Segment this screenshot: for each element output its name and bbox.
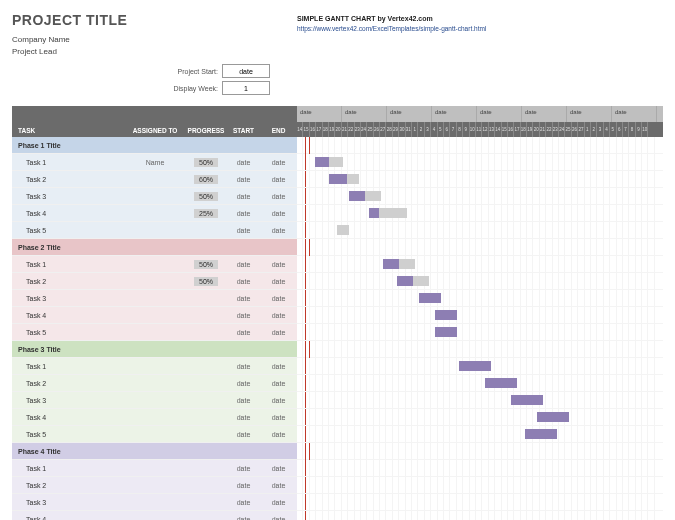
gantt-bar[interactable] [485,378,517,388]
task-row[interactable]: Task 4datedate [12,511,297,520]
task-start: date [226,176,261,183]
timeline-row [297,460,663,477]
task-start: date [226,482,261,489]
gantt-bar[interactable] [349,191,381,201]
task-name: Task 3 [12,499,124,506]
task-start: date [226,516,261,521]
gantt-bar[interactable] [435,310,457,320]
task-row[interactable]: Task 5datedate [12,222,297,239]
gantt-bar[interactable] [435,327,457,337]
task-start: date [226,278,261,285]
gantt-bar[interactable] [383,259,415,269]
task-row[interactable]: Task 425%datedate [12,205,297,222]
task-row[interactable]: Task 1Name50%datedate [12,154,297,171]
gantt-bar[interactable] [459,361,491,371]
task-name: Task 4 [12,516,124,521]
task-assigned: Name [124,159,186,166]
task-row[interactable]: Task 350%datedate [12,188,297,205]
task-end: date [261,278,296,285]
task-end: date [261,482,296,489]
task-row[interactable]: Task 3datedate [12,392,297,409]
task-row[interactable]: Task 5datedate [12,324,297,341]
timeline-row [297,443,663,460]
task-end: date [261,465,296,472]
task-row[interactable]: Task 2datedate [12,477,297,494]
timeline-row [297,494,663,511]
task-row[interactable]: Task 150%datedate [12,256,297,273]
task-start: date [226,380,261,387]
task-name: Task 4 [12,414,124,421]
task-start: date [226,431,261,438]
timeline-row [297,171,663,188]
phase-header: Phase 3 Title [12,341,297,358]
project-title: PROJECT TITLE [12,12,297,28]
task-progress: 50% [186,277,226,286]
task-row[interactable]: Task 1datedate [12,358,297,375]
timeline-row [297,358,663,375]
timeline-row [297,409,663,426]
project-start-input[interactable] [222,64,270,78]
task-end: date [261,193,296,200]
task-end: date [261,363,296,370]
timeline-row [297,426,663,443]
project-lead: Project Lead [12,46,297,58]
credit-link[interactable]: https://www.vertex42.com/ExcelTemplates/… [297,24,663,33]
task-start: date [226,159,261,166]
task-end: date [261,295,296,302]
task-row[interactable]: Task 250%datedate [12,273,297,290]
task-progress: 50% [186,158,226,167]
task-row[interactable]: Task 3datedate [12,494,297,511]
gantt-bar[interactable] [369,208,407,218]
timeline-row [297,477,663,494]
timeline-row [297,511,663,520]
task-start: date [226,329,261,336]
task-row[interactable]: Task 4datedate [12,409,297,426]
timeline-day: 10 [642,122,648,137]
task-end: date [261,431,296,438]
task-start: date [226,312,261,319]
timeline-header: datedatedatedatedatedatedatedate 1415161… [297,106,663,137]
task-name: Task 2 [12,176,124,183]
timeline-row [297,307,663,324]
gantt-bar[interactable] [511,395,543,405]
task-end: date [261,499,296,506]
phase-title: Phase 2 Title [12,244,124,251]
task-name: Task 3 [12,193,124,200]
task-name: Task 1 [12,159,124,166]
col-start: START [226,127,261,134]
task-start: date [226,499,261,506]
task-name: Task 3 [12,295,124,302]
task-end: date [261,312,296,319]
task-row[interactable]: Task 260%datedate [12,171,297,188]
gantt-bar[interactable] [419,293,441,303]
gantt-bar[interactable] [537,412,569,422]
task-start: date [226,295,261,302]
task-name: Task 1 [12,261,124,268]
col-assigned: ASSIGNED TO [124,127,186,134]
display-week-label: Display Week: [162,85,222,92]
timeline-week-label: date [477,106,522,122]
gantt-bar[interactable] [525,429,557,439]
task-row[interactable]: Task 5datedate [12,426,297,443]
task-row[interactable]: Task 4datedate [12,307,297,324]
gantt-bar[interactable] [397,276,429,286]
task-row[interactable]: Task 2datedate [12,375,297,392]
col-progress: PROGRESS [186,127,226,134]
timeline-week-label: date [342,106,387,122]
display-week-input[interactable] [222,81,270,95]
task-start: date [226,227,261,234]
task-name: Task 2 [12,278,124,285]
gantt-bar[interactable] [337,225,349,235]
task-end: date [261,176,296,183]
gantt-bar[interactable] [315,157,343,167]
credit-title: SIMPLE GANTT CHART by Vertex42.com [297,14,663,24]
task-row[interactable]: Task 1datedate [12,460,297,477]
timeline-row [297,137,663,154]
task-end: date [261,329,296,336]
task-row[interactable]: Task 3datedate [12,290,297,307]
gantt-bar[interactable] [329,174,359,184]
timeline-row [297,239,663,256]
timeline-week-label: date [432,106,477,122]
timeline-row [297,154,663,171]
phase-header: Phase 4 Title [12,443,297,460]
